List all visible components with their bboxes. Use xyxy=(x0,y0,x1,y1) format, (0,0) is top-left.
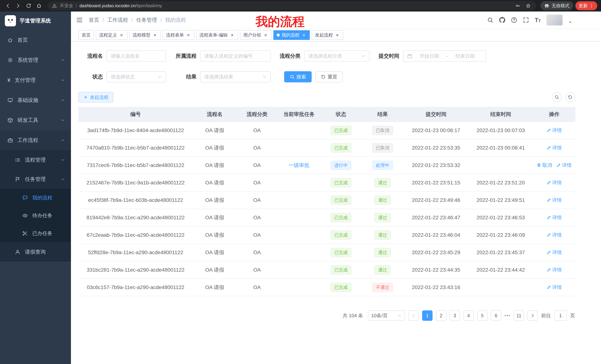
font-size-icon[interactable]: TT xyxy=(535,17,541,23)
detail-action[interactable]: 详情 xyxy=(547,232,562,238)
tab-流程表单-编辑[interactable]: 流程表单-编辑× xyxy=(196,30,238,40)
goto-page-input[interactable] xyxy=(554,310,567,321)
page-button-2[interactable]: 2 xyxy=(436,310,446,321)
cell-current-task xyxy=(278,279,321,296)
eye-icon xyxy=(22,213,28,218)
cell-process-name: OA 请假 xyxy=(193,174,237,192)
result-tag: 不通过 xyxy=(372,283,393,292)
tab-我的流程[interactable]: 我的流程× xyxy=(273,30,310,40)
reset-button[interactable]: 重置 xyxy=(315,71,343,82)
incognito-badge[interactable]: 无痕模式 xyxy=(541,1,573,10)
tab-close-icon[interactable]: × xyxy=(263,32,268,38)
detail-action[interactable]: 详情 xyxy=(547,179,562,186)
status-select[interactable]: 请选择状态 xyxy=(107,71,166,82)
password-key-icon[interactable] xyxy=(514,2,521,9)
browser-home-button[interactable] xyxy=(35,2,43,10)
sidebar-item-workflow[interactable]: 工作流程 xyxy=(0,130,71,150)
create-process-button[interactable]: 发起流程 xyxy=(78,92,113,102)
detail-action[interactable]: 详情 xyxy=(547,144,562,151)
sidebar-item-payment[interactable]: ¥ 支付管理 xyxy=(0,70,71,90)
detail-action[interactable]: 详情 xyxy=(547,267,562,273)
cell-submit-time: 2022-01-22 23:53:32 xyxy=(404,157,468,174)
tab-流程模型[interactable]: 流程模型× xyxy=(129,30,161,40)
tab-close-icon[interactable]: × xyxy=(230,32,235,38)
refresh-table-button[interactable] xyxy=(565,92,575,102)
breadcrumb-home[interactable]: 首页 xyxy=(89,17,99,24)
fullscreen-icon[interactable] xyxy=(523,17,529,23)
tab-close-icon[interactable]: × xyxy=(335,32,340,38)
cell-current-task xyxy=(278,244,321,261)
page-size-value: 10条/页 xyxy=(371,312,388,319)
sidebar-item-done-tasks[interactable]: 已办任务 xyxy=(0,224,71,242)
browser-menu-icon[interactable] xyxy=(589,3,594,8)
sidebar-item-process-management[interactable]: 流程管理 xyxy=(0,150,71,170)
sidebar-item-system[interactable]: 系统管理 xyxy=(0,50,71,70)
sidebar-item-infrastructure[interactable]: 基础设施 xyxy=(0,90,71,110)
sidebar-item-todo-tasks[interactable]: 待办任务 xyxy=(0,207,71,224)
page-button-3[interactable]: 3 xyxy=(450,310,460,321)
search-button[interactable]: 搜索 xyxy=(284,71,312,82)
detail-action[interactable]: 详情 xyxy=(547,214,562,221)
detail-action[interactable]: 详情 xyxy=(547,127,562,134)
browser-reload-button[interactable] xyxy=(25,2,33,10)
current-task-link[interactable]: 一级审批 xyxy=(289,162,310,168)
breadcrumb-current: 我的流程 xyxy=(165,17,186,24)
prev-page-button[interactable] xyxy=(408,310,419,321)
page-button-1[interactable]: 1 xyxy=(422,310,432,321)
caret-down-icon[interactable] xyxy=(568,20,572,24)
github-icon[interactable] xyxy=(499,17,505,23)
page-button-6[interactable]: 6 xyxy=(491,310,501,321)
result-select[interactable]: 请选择流结果 xyxy=(200,71,271,82)
page-button-4[interactable]: 4 xyxy=(463,310,474,321)
tab-流程表单[interactable]: 流程表单× xyxy=(163,30,194,40)
avatar[interactable] xyxy=(546,14,563,26)
tab-发起流程[interactable]: 发起流程× xyxy=(312,30,343,40)
help-icon[interactable] xyxy=(511,17,517,23)
cell-actions: 详情 xyxy=(533,209,575,226)
tab-close-icon[interactable]: × xyxy=(186,32,191,38)
page-more-button[interactable]: ••• xyxy=(505,313,510,318)
cell-actions: 详情 xyxy=(533,122,575,139)
sidebar-item-dev-tools[interactable]: 研发工具 xyxy=(0,110,71,130)
page-button-11[interactable]: 11 xyxy=(514,310,524,321)
cell-process-name: OA 请假 xyxy=(193,157,237,174)
toggle-search-button[interactable] xyxy=(552,92,562,102)
browser-back-button[interactable] xyxy=(4,2,12,10)
detail-action[interactable]: 详情 xyxy=(547,284,562,290)
page-button-5[interactable]: 5 xyxy=(477,310,488,321)
breadcrumb-workflow[interactable]: 工作流程 xyxy=(107,17,128,24)
cell-current-task xyxy=(278,226,321,244)
detail-action[interactable]: 详情 xyxy=(547,197,562,203)
cell-status: 已完成 xyxy=(321,279,361,296)
detail-action[interactable]: 详情 xyxy=(547,249,562,256)
browser-forward-button[interactable] xyxy=(14,2,22,10)
cancel-action[interactable]: 取消 xyxy=(537,162,552,168)
sidebar-toggle-button[interactable] xyxy=(76,17,83,23)
browser-update-button[interactable]: 更新 xyxy=(575,1,597,10)
tab-流程定义[interactable]: 流程定义× xyxy=(96,30,127,40)
sidebar: 芋道管理系统 首页 系统管理 ¥ 支付管理 xyxy=(0,11,71,364)
page-size-select[interactable]: 10条/页 xyxy=(368,310,405,321)
tab-close-icon[interactable]: × xyxy=(119,32,124,38)
process-name-input[interactable] xyxy=(107,50,166,62)
process-definition-input[interactable] xyxy=(200,50,271,62)
next-page-button[interactable] xyxy=(527,310,538,321)
detail-action[interactable]: 详情 xyxy=(556,162,572,168)
tab-close-icon[interactable]: × xyxy=(152,32,158,38)
tab-用户分组[interactable]: 用户分组× xyxy=(240,30,271,40)
breadcrumb-task-management[interactable]: 任务管理 xyxy=(136,17,157,24)
sidebar-item-home[interactable]: 首页 xyxy=(0,30,71,50)
process-table: 编号流程名流程分类当前审批任务状态结果提交时间结束时间操作 3ad174fb-7… xyxy=(78,107,575,296)
sidebar-item-my-process[interactable]: 我的流程 xyxy=(0,189,71,207)
edit-icon xyxy=(547,145,551,150)
bookmark-star-icon[interactable] xyxy=(525,2,531,9)
submit-time-range-picker[interactable]: 开始日期 - 结束日期 xyxy=(403,50,486,62)
tab-close-icon[interactable]: × xyxy=(301,32,306,38)
sidebar-logo[interactable]: 芋道管理系统 xyxy=(0,11,71,30)
search-icon[interactable] xyxy=(487,17,493,23)
tab-首页[interactable]: 首页 xyxy=(78,30,94,40)
category-select[interactable]: 请选择流程分类 xyxy=(304,50,370,62)
sidebar-item-task-management[interactable]: 任务管理 xyxy=(0,170,71,189)
sidebar-item-leave-query[interactable]: 请假查询 xyxy=(0,242,71,262)
address-bar[interactable]: 不安全 dashboard.yudao.iocoder.cn/bpm/task/… xyxy=(48,1,536,10)
